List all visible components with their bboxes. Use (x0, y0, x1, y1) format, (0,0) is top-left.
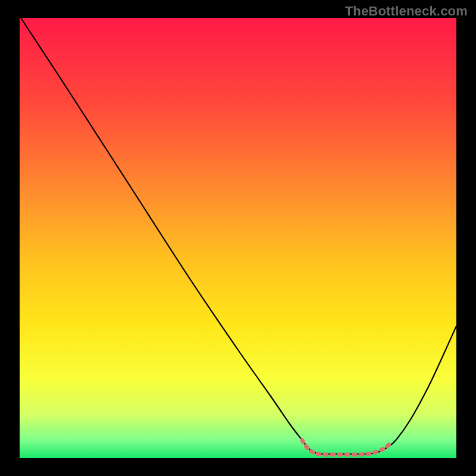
plot-background (20, 18, 456, 458)
chart-frame: TheBottleneck.com (0, 0, 476, 476)
bottleneck-chart (0, 0, 476, 476)
